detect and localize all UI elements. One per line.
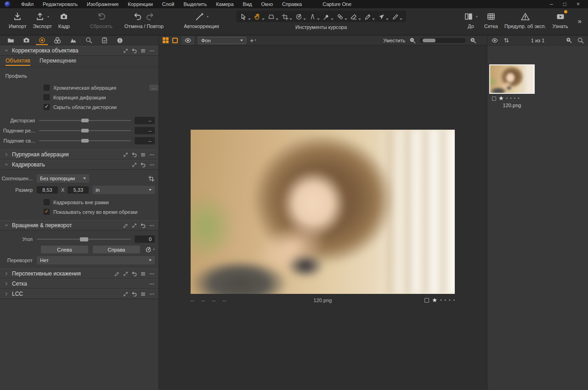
sharpness-falloff-value[interactable]: --: [135, 127, 155, 134]
crop-unit-select[interactable]: in: [92, 186, 155, 194]
light-falloff-value[interactable]: --: [135, 137, 155, 144]
cursor-tool-erase-icon[interactable]: [349, 11, 362, 21]
angle-value[interactable]: 0: [135, 235, 155, 243]
reset-icon[interactable]: [131, 152, 137, 158]
reset-icon[interactable]: [131, 271, 137, 277]
subtab-movement[interactable]: Перемещение: [40, 57, 76, 65]
cursor-tool-annotate-icon[interactable]: [390, 11, 404, 21]
reset-icon[interactable]: [131, 48, 137, 54]
expand-icon[interactable]: [123, 271, 129, 277]
import-button[interactable]: Импорт: [6, 11, 29, 30]
before-after-button[interactable]: До: [461, 11, 481, 30]
section-lens-correction-header[interactable]: Корректировка объектива: [0, 46, 158, 56]
angle-slider[interactable]: [37, 236, 131, 242]
reset-icon[interactable]: [140, 223, 146, 229]
cursor-tool-heal-icon[interactable]: [335, 11, 349, 21]
background-select[interactable]: Фон: [198, 37, 246, 44]
menu-camera[interactable]: Камера: [212, 0, 237, 8]
star-icon[interactable]: ★: [498, 96, 504, 101]
export-button[interactable]: Экспорт: [29, 11, 55, 30]
add-clone-icon[interactable]: +: [250, 37, 256, 44]
rotate-dial-icon[interactable]: [145, 246, 155, 253]
section-lcc-header[interactable]: LCC: [0, 289, 158, 299]
crop-outside-checkbox[interactable]: [44, 199, 50, 205]
more-options-icon[interactable]: [149, 48, 155, 54]
cursor-tool-select-icon[interactable]: [239, 11, 252, 21]
presets-menu-icon[interactable]: [140, 152, 146, 158]
search-icon[interactable]: [577, 37, 584, 44]
presets-menu-icon[interactable]: [140, 271, 146, 277]
zoom-in-icon[interactable]: [469, 37, 477, 44]
pick-tool-icon[interactable]: [114, 271, 120, 277]
undo-redo-button[interactable]: Отмена / Повтор: [121, 11, 167, 30]
menu-window[interactable]: Окно: [257, 0, 277, 8]
sharpness-falloff-slider[interactable]: [39, 127, 131, 134]
thumbnail-image[interactable]: [489, 64, 535, 94]
tab-capture-camera-icon[interactable]: [19, 35, 33, 45]
crop-width-input[interactable]: 8,53: [37, 186, 58, 194]
reset-button[interactable]: Сбросить: [87, 11, 116, 30]
tab-lens-icon[interactable]: [35, 35, 49, 45]
undo-icon[interactable]: [133, 12, 142, 21]
rotate-left-button[interactable]: Слева: [41, 246, 88, 253]
zoom-slider[interactable]: [420, 38, 466, 43]
expand-icon[interactable]: [123, 48, 129, 54]
light-falloff-slider[interactable]: [39, 138, 131, 144]
color-tag-icon[interactable]: [492, 97, 496, 101]
cursor-tool-magic-brush-icon[interactable]: [377, 11, 390, 21]
section-rotation-flip-header[interactable]: Вращение & переворот: [0, 220, 158, 230]
show-grid-while-cropping-checkbox[interactable]: [44, 209, 50, 215]
tab-info-icon[interactable]: [113, 35, 127, 45]
thumbnail-cell[interactable]: ★ • • • • 120.png: [489, 64, 535, 108]
presets-menu-icon[interactable]: [140, 291, 146, 297]
subtab-lens[interactable]: Объектив: [6, 57, 30, 65]
exposure-warning-button[interactable]: Предупр. об эксп.: [501, 11, 549, 30]
capture-button[interactable]: Кадр: [55, 11, 73, 30]
minimize-button[interactable]: –: [550, 1, 553, 7]
viewer-canvas[interactable]: -- -- -- -- 120.png ★ • • • •: [159, 46, 487, 390]
more-options-icon[interactable]: [149, 291, 155, 297]
section-purple-fringing-header[interactable]: Пурпурная аберрация: [0, 149, 158, 160]
section-keystone-header[interactable]: Перспективные искажения: [0, 269, 158, 279]
more-options-icon[interactable]: [149, 223, 155, 229]
grid-button[interactable]: Сетка: [481, 11, 501, 30]
browser-eye-icon[interactable]: [491, 37, 498, 44]
expand-icon[interactable]: [131, 162, 137, 168]
menu-adjustments[interactable]: Коррекции: [124, 0, 157, 8]
hide-distortion-areas-checkbox[interactable]: [44, 104, 50, 110]
menu-select[interactable]: Выделить: [179, 0, 211, 8]
photo[interactable]: [191, 130, 455, 294]
chromatic-aberration-more-button[interactable]: ...: [149, 85, 158, 91]
flip-select[interactable]: Нет: [37, 256, 155, 264]
tab-library-folder-icon[interactable]: [4, 35, 17, 45]
more-tools-chevrons[interactable]: »: [571, 11, 586, 25]
browser-zoom-icon[interactable]: [565, 37, 572, 44]
crop-ratio-select[interactable]: Без пропорции: [37, 174, 89, 183]
distortion-value[interactable]: --: [135, 117, 155, 124]
presets-menu-icon[interactable]: [140, 48, 146, 54]
close-button[interactable]: ×: [577, 1, 580, 7]
distortion-slider[interactable]: [39, 117, 131, 124]
more-options-icon[interactable]: [149, 152, 155, 158]
reset-icon[interactable]: [131, 291, 137, 297]
tab-color-wheels-icon[interactable]: [51, 35, 64, 45]
expand-icon[interactable]: [131, 223, 137, 229]
section-grid-header[interactable]: Сетка: [0, 279, 158, 289]
cursor-tool-spot-brush-icon[interactable]: [322, 11, 335, 21]
cursor-tool-straighten-icon[interactable]: [308, 11, 321, 21]
thumbnail-rating[interactable]: ★ • • • •: [489, 94, 535, 101]
section-crop-header[interactable]: Кадрировать: [0, 160, 158, 170]
multi-view-icon[interactable]: [163, 37, 169, 43]
fit-label[interactable]: Уместить: [383, 38, 405, 43]
menu-file[interactable]: Файл: [17, 0, 38, 8]
redo-icon[interactable]: [145, 12, 154, 21]
zoom-out-icon[interactable]: [409, 37, 416, 44]
maximize-button[interactable]: □: [563, 1, 566, 7]
more-options-icon[interactable]: [149, 271, 155, 277]
menu-image[interactable]: Изображение: [83, 0, 123, 8]
expand-icon[interactable]: [123, 291, 129, 297]
autocorrect-button[interactable]: Автокоррекция: [181, 11, 222, 30]
rotate-right-button[interactable]: Справа: [93, 246, 140, 253]
crop-height-input[interactable]: 5,33: [68, 186, 89, 194]
learn-button[interactable]: Узнать: [549, 11, 571, 30]
